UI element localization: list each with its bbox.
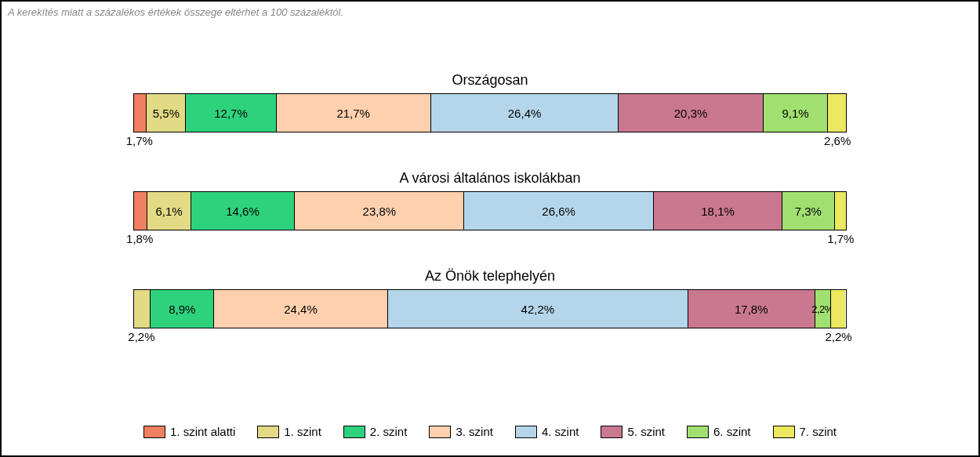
legend-label: 1. szint alatti — [170, 425, 235, 438]
legend: 1. szint alatti1. szint2. szint3. szint4… — [2, 425, 978, 438]
stacked-bar-chart: Az Önök telephelyén8,9%24,4%42,2%17,8%2,… — [2, 268, 978, 344]
bar-segment: 26,6% — [463, 192, 653, 230]
bar-segment — [134, 290, 150, 328]
bar-segment: 21,7% — [276, 94, 430, 132]
bar-segment-label: 2,6% — [824, 134, 851, 147]
bar-segment: 42,2% — [387, 290, 688, 328]
chart-title: A városi általános iskolákban — [399, 170, 580, 187]
bar-segment: 24,4% — [213, 290, 387, 328]
legend-label: 7. szint — [800, 425, 837, 438]
legend-item: 6. szint — [687, 425, 751, 438]
stacked-bar-chart: A városi általános iskolákban6,1%14,6%23… — [2, 170, 978, 246]
bar-wrap: 6,1%14,6%23,8%26,6%18,1%7,3%1,8%1,7% — [133, 191, 847, 246]
legend-swatch — [257, 426, 279, 438]
bar-segment: 9,1% — [763, 94, 828, 132]
bar-segment: 26,4% — [430, 94, 619, 132]
legend-item: 5. szint — [601, 425, 665, 438]
bar-segment — [134, 94, 146, 132]
legend-item: 7. szint — [773, 425, 837, 438]
legend-swatch — [687, 426, 709, 438]
legend-swatch — [601, 426, 622, 438]
bar-below-labels: 2,2%2,2% — [133, 328, 847, 344]
bar-segment: 20,3% — [618, 94, 762, 132]
bar-segment: 5,5% — [146, 94, 185, 132]
legend-item: 1. szint alatti — [143, 425, 235, 438]
bar-segment-label: 1,7% — [827, 232, 854, 245]
legend-swatch — [429, 426, 451, 438]
bar-segment-label: 2,2% — [825, 330, 851, 343]
legend-label: 5. szint — [627, 425, 665, 438]
stacked-bar: 5,5%12,7%21,7%26,4%20,3%9,1% — [133, 93, 847, 132]
bar-segment-label: 1,7% — [126, 134, 153, 147]
bar-segment: 17,8% — [688, 290, 815, 328]
legend-swatch — [773, 426, 795, 438]
bar-segment: 6,1% — [147, 192, 190, 230]
chart-title: Országosan — [452, 72, 528, 89]
stacked-bar-chart: Országosan5,5%12,7%21,7%26,4%20,3%9,1%1,… — [2, 72, 978, 148]
bar-below-labels: 1,7%2,6% — [133, 132, 847, 148]
legend-item: 1. szint — [257, 425, 321, 438]
chart-title: Az Önök telephelyén — [425, 268, 555, 285]
bar-segment: 7,3% — [782, 192, 833, 230]
stacked-bar: 8,9%24,4%42,2%17,8%2,2% — [133, 289, 846, 328]
bar-wrap: 8,9%24,4%42,2%17,8%2,2%2,2%2,2% — [133, 289, 847, 344]
bar-wrap: 5,5%12,7%21,7%26,4%20,3%9,1%1,7%2,6% — [133, 93, 847, 148]
bar-segment: 23,8% — [294, 192, 463, 230]
legend-label: 6. szint — [713, 425, 751, 438]
bar-segment — [134, 192, 147, 230]
rounding-note: A kerekítés miatt a százalékos értékek ö… — [8, 6, 343, 18]
bar-segment-label: 1,8% — [126, 232, 153, 245]
legend-item: 4. szint — [515, 425, 579, 438]
bar-segment: 18,1% — [653, 192, 782, 230]
bar-segment: 14,6% — [191, 192, 295, 230]
legend-label: 1. szint — [284, 425, 321, 438]
bar-segment — [830, 290, 846, 328]
legend-swatch — [143, 426, 165, 438]
bar-segment-label: 2,2% — [128, 330, 154, 343]
bar-segment — [827, 94, 846, 132]
legend-swatch — [343, 426, 365, 438]
stacked-bar: 6,1%14,6%23,8%26,6%18,1%7,3% — [133, 191, 847, 230]
bar-segment — [834, 192, 846, 230]
legend-swatch — [515, 426, 537, 438]
legend-label: 2. szint — [370, 425, 408, 438]
bar-below-labels: 1,8%1,7% — [133, 230, 847, 246]
charts-container: Országosan5,5%12,7%21,7%26,4%20,3%9,1%1,… — [2, 2, 978, 344]
bar-segment: 8,9% — [150, 290, 213, 328]
legend-item: 3. szint — [429, 425, 493, 438]
legend-label: 4. szint — [542, 425, 579, 438]
legend-item: 2. szint — [343, 425, 408, 438]
legend-label: 3. szint — [456, 425, 493, 438]
bar-segment: 12,7% — [185, 94, 275, 132]
bar-segment: 2,2% — [815, 290, 830, 328]
